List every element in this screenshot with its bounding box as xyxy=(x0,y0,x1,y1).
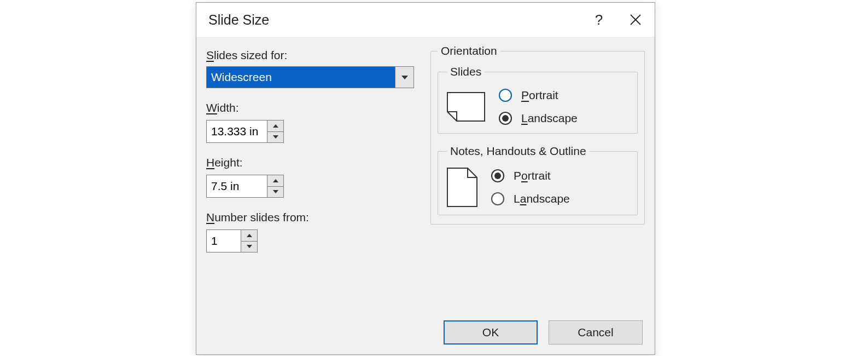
slides-sized-for-value: Widescreen xyxy=(207,67,395,88)
number-from-spin-up[interactable] xyxy=(241,230,257,242)
notes-portrait-option[interactable]: Portrait xyxy=(491,169,570,183)
width-spinner[interactable] xyxy=(206,120,284,143)
height-spinner-buttons xyxy=(267,175,283,197)
slide-size-dialog: Slide Size ? Slides sized for: Widescree… xyxy=(196,2,655,355)
svg-point-5 xyxy=(502,115,509,122)
width-spin-up[interactable] xyxy=(267,120,283,132)
number-from-spinner-buttons xyxy=(241,230,257,252)
landscape-label: Landscape xyxy=(521,112,578,125)
close-button[interactable] xyxy=(616,3,655,37)
triangle-down-icon xyxy=(273,135,278,139)
titlebar-buttons: ? xyxy=(581,3,655,37)
triangle-down-icon xyxy=(247,245,252,248)
height-spinner[interactable] xyxy=(206,175,284,198)
slides-orientation-legend: Slides xyxy=(447,65,485,78)
dialog-body: Slides sized for: Widescreen Width: Heig xyxy=(196,37,655,257)
svg-point-3 xyxy=(499,89,511,101)
width-label: Width: xyxy=(206,101,414,114)
portrait-label: Portrait xyxy=(514,169,551,182)
left-column: Slides sized for: Widescreen Width: Heig xyxy=(206,44,414,252)
svg-point-9 xyxy=(492,193,504,205)
dialog-footer: OK Cancel xyxy=(444,320,643,344)
slides-portrait-option[interactable]: Portrait xyxy=(498,88,578,102)
radio-selected-icon xyxy=(491,169,505,183)
svg-point-8 xyxy=(494,173,501,179)
slides-sized-for-combo[interactable]: Widescreen xyxy=(206,66,414,88)
height-input[interactable] xyxy=(207,175,267,197)
number-from-input[interactable] xyxy=(207,230,241,252)
slides-orientation-group: Slides xyxy=(438,65,638,134)
triangle-up-icon xyxy=(273,124,278,128)
notes-orientation-group: Notes, Handouts & Outline xyxy=(438,145,638,215)
cancel-button[interactable]: Cancel xyxy=(549,320,643,344)
svg-marker-2 xyxy=(447,93,485,121)
orientation-legend: Orientation xyxy=(438,44,500,58)
notes-landscape-option[interactable]: Landscape xyxy=(491,192,570,206)
chevron-down-icon xyxy=(401,76,408,79)
dialog-title: Slide Size xyxy=(208,12,269,28)
close-icon xyxy=(630,14,642,26)
combo-dropdown-button[interactable] xyxy=(395,67,413,88)
help-icon: ? xyxy=(595,12,603,28)
right-column: Orientation Slides xyxy=(430,44,645,252)
triangle-down-icon xyxy=(273,190,278,193)
height-spin-up[interactable] xyxy=(267,175,283,187)
titlebar: Slide Size ? xyxy=(196,3,655,37)
triangle-up-icon xyxy=(273,179,278,182)
slides-landscape-option[interactable]: Landscape xyxy=(498,111,578,125)
radio-unselected-icon xyxy=(498,88,512,102)
portrait-label: Portrait xyxy=(521,89,558,102)
notes-orientation-legend: Notes, Handouts & Outline xyxy=(447,145,590,158)
width-input[interactable] xyxy=(207,120,267,142)
radio-unselected-icon xyxy=(491,192,505,206)
page-portrait-icon xyxy=(447,168,477,207)
number-from-spinner[interactable] xyxy=(206,229,258,252)
height-label: Height: xyxy=(206,156,414,169)
help-button[interactable]: ? xyxy=(581,3,616,37)
radio-selected-icon xyxy=(498,111,512,125)
page-landscape-icon xyxy=(447,92,485,122)
number-from-label: Number slides from: xyxy=(206,211,414,224)
number-from-spin-down[interactable] xyxy=(241,242,257,252)
orientation-group: Orientation Slides xyxy=(430,44,645,225)
width-spin-down[interactable] xyxy=(267,132,283,143)
triangle-up-icon xyxy=(247,234,252,237)
slides-sized-for-label: Slides sized for: xyxy=(206,49,414,62)
width-spinner-buttons xyxy=(267,120,283,142)
ok-button[interactable]: OK xyxy=(444,320,538,344)
landscape-label: Landscape xyxy=(514,192,570,205)
svg-marker-6 xyxy=(447,168,477,206)
height-spin-down[interactable] xyxy=(267,187,283,198)
